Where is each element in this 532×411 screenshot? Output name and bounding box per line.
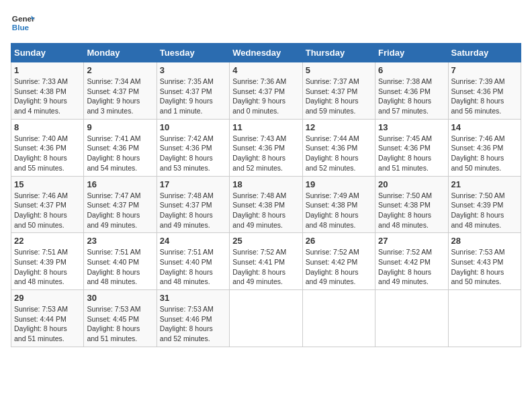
day-cell-8: 8Sunrise: 7:40 AM Sunset: 4:36 PM Daylig… (11, 119, 84, 176)
day-info-26: Sunrise: 7:52 AM Sunset: 4:42 PM Dayligh… (306, 247, 372, 287)
day-cell-30: 30Sunrise: 7:53 AM Sunset: 4:45 PM Dayli… (84, 290, 157, 347)
column-header-saturday: Saturday (448, 44, 521, 62)
day-info-18: Sunrise: 7:48 AM Sunset: 4:38 PM Dayligh… (232, 191, 299, 230)
day-cell-14: 14Sunrise: 7:46 AM Sunset: 4:36 PM Dayli… (448, 119, 521, 176)
day-cell-17: 17Sunrise: 7:48 AM Sunset: 4:37 PM Dayli… (157, 176, 229, 233)
day-info-12: Sunrise: 7:44 AM Sunset: 4:36 PM Dayligh… (306, 134, 372, 173)
week-row-1: 1Sunrise: 7:33 AM Sunset: 4:38 PM Daylig… (11, 62, 521, 120)
day-number-30: 30 (87, 293, 153, 303)
day-number-23: 23 (87, 236, 153, 246)
empty-cell (230, 290, 302, 347)
day-cell-5: 5Sunrise: 7:37 AM Sunset: 4:37 PM Daylig… (302, 62, 375, 120)
day-number-15: 15 (14, 179, 81, 189)
day-info-22: Sunrise: 7:51 AM Sunset: 4:39 PM Dayligh… (14, 247, 81, 287)
day-number-8: 8 (14, 122, 81, 132)
day-number-31: 31 (160, 293, 226, 303)
week-row-4: 22Sunrise: 7:51 AM Sunset: 4:39 PM Dayli… (11, 233, 521, 290)
day-info-6: Sunrise: 7:38 AM Sunset: 4:36 PM Dayligh… (378, 77, 445, 116)
day-cell-29: 29Sunrise: 7:53 AM Sunset: 4:44 PM Dayli… (11, 290, 84, 347)
week-row-5: 29Sunrise: 7:53 AM Sunset: 4:44 PM Dayli… (11, 290, 521, 347)
svg-text:Blue: Blue (12, 23, 30, 32)
day-number-18: 18 (232, 179, 299, 189)
day-number-12: 12 (306, 122, 372, 132)
day-info-10: Sunrise: 7:42 AM Sunset: 4:36 PM Dayligh… (160, 134, 226, 173)
day-info-4: Sunrise: 7:36 AM Sunset: 4:37 PM Dayligh… (232, 77, 299, 116)
day-info-2: Sunrise: 7:34 AM Sunset: 4:37 PM Dayligh… (87, 77, 153, 116)
day-cell-21: 21Sunrise: 7:50 AM Sunset: 4:39 PM Dayli… (448, 176, 521, 233)
day-info-8: Sunrise: 7:40 AM Sunset: 4:36 PM Dayligh… (14, 134, 81, 173)
column-header-sunday: Sunday (11, 44, 84, 62)
page-header: General Blue (11, 11, 521, 35)
day-number-27: 27 (378, 236, 445, 246)
day-number-6: 6 (378, 65, 445, 75)
logo: General Blue (11, 11, 38, 35)
day-number-3: 3 (160, 65, 226, 75)
logo-icon: General Blue (11, 11, 35, 35)
day-info-17: Sunrise: 7:48 AM Sunset: 4:37 PM Dayligh… (160, 191, 226, 230)
day-number-14: 14 (451, 122, 518, 132)
day-number-9: 9 (87, 122, 153, 132)
day-cell-18: 18Sunrise: 7:48 AM Sunset: 4:38 PM Dayli… (230, 176, 302, 233)
column-header-friday: Friday (375, 44, 448, 62)
day-info-19: Sunrise: 7:49 AM Sunset: 4:38 PM Dayligh… (306, 191, 372, 230)
day-cell-31: 31Sunrise: 7:53 AM Sunset: 4:46 PM Dayli… (157, 290, 229, 347)
day-cell-22: 22Sunrise: 7:51 AM Sunset: 4:39 PM Dayli… (11, 233, 84, 290)
day-number-20: 20 (378, 179, 445, 189)
day-info-11: Sunrise: 7:43 AM Sunset: 4:36 PM Dayligh… (232, 134, 299, 173)
day-cell-27: 27Sunrise: 7:52 AM Sunset: 4:42 PM Dayli… (375, 233, 448, 290)
day-number-11: 11 (232, 122, 299, 132)
day-info-16: Sunrise: 7:47 AM Sunset: 4:37 PM Dayligh… (87, 191, 153, 230)
empty-cell (302, 290, 375, 347)
day-info-25: Sunrise: 7:52 AM Sunset: 4:41 PM Dayligh… (232, 247, 299, 287)
day-number-24: 24 (160, 236, 226, 246)
day-cell-13: 13Sunrise: 7:45 AM Sunset: 4:36 PM Dayli… (375, 119, 448, 176)
empty-cell (375, 290, 448, 347)
day-cell-4: 4Sunrise: 7:36 AM Sunset: 4:37 PM Daylig… (230, 62, 302, 120)
day-cell-3: 3Sunrise: 7:35 AM Sunset: 4:37 PM Daylig… (157, 62, 229, 120)
day-cell-26: 26Sunrise: 7:52 AM Sunset: 4:42 PM Dayli… (302, 233, 375, 290)
day-info-28: Sunrise: 7:53 AM Sunset: 4:43 PM Dayligh… (451, 247, 518, 287)
calendar-table: SundayMondayTuesdayWednesdayThursdayFrid… (11, 43, 521, 347)
day-info-9: Sunrise: 7:41 AM Sunset: 4:36 PM Dayligh… (87, 134, 153, 173)
day-info-7: Sunrise: 7:39 AM Sunset: 4:36 PM Dayligh… (451, 77, 518, 116)
day-cell-15: 15Sunrise: 7:46 AM Sunset: 4:37 PM Dayli… (11, 176, 84, 233)
day-cell-23: 23Sunrise: 7:51 AM Sunset: 4:40 PM Dayli… (84, 233, 157, 290)
empty-cell (448, 290, 521, 347)
day-number-4: 4 (232, 65, 299, 75)
day-cell-6: 6Sunrise: 7:38 AM Sunset: 4:36 PM Daylig… (375, 62, 448, 120)
day-info-3: Sunrise: 7:35 AM Sunset: 4:37 PM Dayligh… (160, 77, 226, 116)
day-cell-19: 19Sunrise: 7:49 AM Sunset: 4:38 PM Dayli… (302, 176, 375, 233)
day-number-19: 19 (306, 179, 372, 189)
day-cell-25: 25Sunrise: 7:52 AM Sunset: 4:41 PM Dayli… (230, 233, 302, 290)
day-number-7: 7 (451, 65, 518, 75)
day-info-30: Sunrise: 7:53 AM Sunset: 4:45 PM Dayligh… (87, 304, 153, 344)
column-header-tuesday: Tuesday (157, 44, 229, 62)
day-info-23: Sunrise: 7:51 AM Sunset: 4:40 PM Dayligh… (87, 247, 153, 287)
day-info-20: Sunrise: 7:50 AM Sunset: 4:38 PM Dayligh… (378, 191, 445, 230)
day-cell-20: 20Sunrise: 7:50 AM Sunset: 4:38 PM Dayli… (375, 176, 448, 233)
day-info-13: Sunrise: 7:45 AM Sunset: 4:36 PM Dayligh… (378, 134, 445, 173)
day-info-15: Sunrise: 7:46 AM Sunset: 4:37 PM Dayligh… (14, 191, 81, 230)
day-number-5: 5 (306, 65, 372, 75)
day-info-5: Sunrise: 7:37 AM Sunset: 4:37 PM Dayligh… (306, 77, 372, 116)
calendar-body: 1Sunrise: 7:33 AM Sunset: 4:38 PM Daylig… (11, 62, 521, 347)
day-number-16: 16 (87, 179, 153, 189)
day-cell-24: 24Sunrise: 7:51 AM Sunset: 4:40 PM Dayli… (157, 233, 229, 290)
day-number-17: 17 (160, 179, 226, 189)
day-cell-7: 7Sunrise: 7:39 AM Sunset: 4:36 PM Daylig… (448, 62, 521, 120)
column-header-wednesday: Wednesday (230, 44, 302, 62)
day-number-21: 21 (451, 179, 518, 189)
day-cell-11: 11Sunrise: 7:43 AM Sunset: 4:36 PM Dayli… (230, 119, 302, 176)
day-info-21: Sunrise: 7:50 AM Sunset: 4:39 PM Dayligh… (451, 191, 518, 230)
week-row-3: 15Sunrise: 7:46 AM Sunset: 4:37 PM Dayli… (11, 176, 521, 233)
day-cell-10: 10Sunrise: 7:42 AM Sunset: 4:36 PM Dayli… (157, 119, 229, 176)
column-header-thursday: Thursday (302, 44, 375, 62)
week-row-2: 8Sunrise: 7:40 AM Sunset: 4:36 PM Daylig… (11, 119, 521, 176)
day-number-10: 10 (160, 122, 226, 132)
day-number-22: 22 (14, 236, 81, 246)
day-number-26: 26 (306, 236, 372, 246)
day-info-27: Sunrise: 7:52 AM Sunset: 4:42 PM Dayligh… (378, 247, 445, 287)
day-info-29: Sunrise: 7:53 AM Sunset: 4:44 PM Dayligh… (14, 304, 81, 344)
day-number-1: 1 (14, 65, 81, 75)
calendar-header-row: SundayMondayTuesdayWednesdayThursdayFrid… (11, 44, 521, 62)
